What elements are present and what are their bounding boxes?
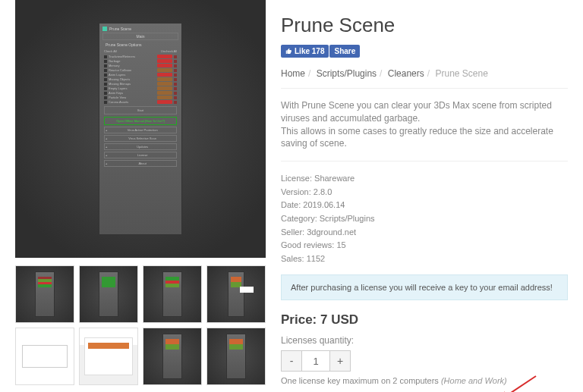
- breadcrumb-current: Prune Scene: [435, 68, 487, 79]
- purchase-notice: After purchasing a license you will rece…: [281, 274, 568, 300]
- product-preview[interactable]: Prune Scene Main Prune Scene Options Che…: [15, 0, 266, 258]
- price-label: Price: 7 USD: [281, 312, 568, 328]
- meta-label: Category:: [281, 214, 317, 223]
- breadcrumb-subcategory[interactable]: Cleaners: [388, 68, 424, 79]
- preview-uncheck-all: Uncheck All: [161, 49, 177, 53]
- preview-options-header: Prune Scene Options: [102, 42, 178, 48]
- product-title: Prune Scene: [281, 14, 568, 37]
- thumbnail[interactable]: [206, 328, 266, 385]
- preview-manual-btn: Open Offline Manual [How To Use?]: [104, 117, 177, 125]
- qty-minus-button[interactable]: -: [281, 350, 302, 372]
- qty-label: Licenses quantity:: [281, 335, 568, 346]
- facebook-share-button[interactable]: Share: [329, 45, 360, 58]
- description-line: With Prune Scene you can clear your 3Ds …: [281, 99, 568, 125]
- meta-label: Seller:: [281, 227, 304, 237]
- svg-line-0: [499, 376, 536, 392]
- meta-value: Shareware: [314, 174, 355, 183]
- breadcrumb: Home/ Scripts/Plugins/ Cleaners/ Prune S…: [281, 68, 568, 89]
- meta-value: 1152: [307, 254, 325, 263]
- thumbnail[interactable]: [15, 328, 74, 385]
- facebook-like-button[interactable]: Like 178: [281, 45, 329, 58]
- fb-share-label: Share: [334, 47, 355, 55]
- preview-window-title: Prune Scene: [109, 27, 131, 31]
- thumbnail[interactable]: [15, 265, 74, 323]
- breadcrumb-category[interactable]: Scripts/Plugins: [317, 68, 377, 79]
- meta-label: Date:: [281, 200, 301, 209]
- preview-tab-main: Main: [102, 33, 178, 40]
- annotation-arrow: [492, 375, 537, 392]
- meta-value: 3dground.net: [307, 227, 356, 237]
- meta-label: Good reviews:: [281, 240, 334, 249]
- product-meta: License: Shareware Version: 2.8.0 Date: …: [281, 172, 568, 265]
- qty-plus-button[interactable]: +: [329, 350, 351, 372]
- hint-text: One license key maximum on 2 computers: [281, 376, 441, 385]
- meta-value: Scripts/Plugins: [320, 214, 375, 223]
- thumbnail[interactable]: [143, 328, 202, 385]
- meta-label: Version:: [281, 187, 311, 196]
- preview-check-all: Check All: [104, 49, 117, 53]
- thumbnail[interactable]: [143, 265, 202, 323]
- preview-dialog: Prune Scene Main Prune Scene Options Che…: [99, 23, 182, 235]
- thumbnail[interactable]: [79, 328, 138, 385]
- meta-value: 2.8.0: [314, 187, 332, 196]
- thumbnail[interactable]: [79, 265, 138, 323]
- meta-value: 15: [336, 240, 345, 249]
- thumb-up-icon: [285, 48, 292, 55]
- thumbnail-grid: [15, 265, 266, 385]
- preview-start-btn: Start: [104, 106, 177, 114]
- qty-value[interactable]: 1: [302, 350, 329, 372]
- quantity-stepper: - 1 +: [281, 350, 568, 372]
- thumbnail[interactable]: [206, 265, 266, 323]
- product-description: With Prune Scene you can clear your 3Ds …: [281, 99, 568, 162]
- meta-label: Sales:: [281, 254, 304, 263]
- fb-like-label: Like 178: [295, 47, 324, 55]
- breadcrumb-home[interactable]: Home: [281, 68, 305, 79]
- description-line: This allows in some cases to greatly red…: [281, 125, 568, 151]
- meta-label: License:: [281, 174, 312, 183]
- meta-value: 2019.06.14: [303, 200, 345, 209]
